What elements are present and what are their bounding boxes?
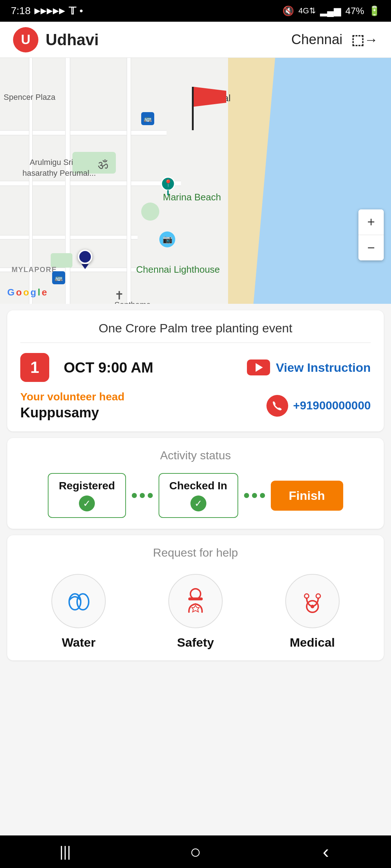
volunteer-row: Your volunteer head Kuppusamy +919000000… [20, 391, 371, 421]
volunteer-name: Kuppusamy [20, 405, 125, 421]
volunteer-info: Your volunteer head Kuppusamy [20, 391, 125, 421]
map-label-arulmigu: Arulmigu Sri [30, 158, 73, 167]
status-indicators: 🔇 4G⇅ ▂▄▆ 47% 🔋 [282, 5, 380, 17]
request-help-card: Request for help Water [7, 535, 384, 660]
map-bus-icon-2: 🚌 [52, 271, 65, 284]
event-title: One Crore Palm tree planting event [20, 321, 371, 343]
signal-icon: ▂▄▆ [320, 5, 341, 17]
activity-status-row: Registered ✓ Checked In ✓ Finish [20, 473, 371, 518]
map-label-parthasarathy: hasarathy Perumal... [22, 169, 96, 178]
medical-icon-circle [285, 574, 340, 628]
google-watermark: G o o g l e [7, 287, 47, 298]
map-label-mylapore: MYLAPORE [12, 265, 57, 274]
volunteer-head-label: Your volunteer head [20, 391, 125, 403]
request-help-title: Request for help [20, 546, 371, 559]
nav-right: Chennai ⬚→ [291, 32, 378, 48]
connector-dots-2 [244, 493, 265, 498]
zoom-out-button[interactable]: − [358, 235, 384, 260]
map-view[interactable]: Spencer Plaza Arulmigu Sri hasarathy Per… [0, 58, 391, 304]
phone-icon [266, 395, 288, 417]
dot-5 [252, 493, 257, 498]
app-name: Udhavi [46, 31, 99, 49]
dot-3 [148, 493, 153, 498]
nav-left: U Udhavi [13, 27, 99, 52]
water-icon-circle [51, 574, 106, 628]
svg-point-3 [77, 594, 89, 610]
map-pin-location [78, 250, 92, 268]
top-navigation: U Udhavi Chennai ⬚→ [0, 22, 391, 58]
status-checked-in-label: Checked In [169, 480, 227, 492]
svg-point-10 [311, 605, 314, 608]
road-v2 [127, 58, 131, 304]
svg-point-4 [190, 589, 201, 599]
checked-in-check-icon: ✓ [190, 495, 206, 511]
svg-text:📍: 📍 [164, 179, 173, 188]
date-badge: 1 [20, 353, 49, 382]
battery-icon: 🔋 [369, 5, 380, 17]
map-camera-icon: 📷 [159, 231, 175, 247]
mute-icon: 🔇 [282, 5, 294, 17]
play-triangle [256, 363, 263, 372]
media-icons: ▶▶▶▶▶ [34, 6, 65, 16]
help-item-medical[interactable]: Medical [285, 574, 340, 650]
telecom-icon: 𝕋 [69, 5, 76, 17]
map-flag-marker [192, 87, 194, 130]
bottom-navigation: ||| ○ ‹ [0, 835, 391, 868]
view-instruction-button[interactable]: View Instruction [247, 359, 371, 375]
map-label-lighthouse: Chennai Lighthouse [136, 264, 220, 275]
connector-dots-1 [132, 493, 153, 498]
status-checked-in: Checked In ✓ [159, 473, 238, 518]
map-bus-icon-1: 🚌 [141, 112, 154, 125]
help-item-safety[interactable]: Safety [168, 574, 223, 650]
road-h2 [0, 181, 181, 186]
activity-status-card: Activity status Registered ✓ Checked In … [7, 438, 384, 529]
green-area-2 [141, 203, 159, 221]
safety-label: Safety [177, 635, 214, 650]
dot-6 [260, 493, 265, 498]
map-om-symbol: ॐ [98, 158, 108, 172]
map-cross-symbol: ✝ [114, 289, 124, 302]
phone-number: +91900000000 [293, 399, 371, 412]
status-time-area: 7:18 ▶▶▶▶▶ 𝕋 • [11, 5, 83, 17]
dot-icon: • [80, 5, 83, 17]
status-time: 7:18 [11, 5, 31, 17]
phone-button[interactable]: +91900000000 [266, 395, 371, 417]
medical-label: Medical [290, 635, 335, 650]
event-card: One Crore Palm tree planting event 1 OCT… [7, 310, 384, 431]
map-zoom-controls: + − [358, 209, 384, 260]
status-bar: 7:18 ▶▶▶▶▶ 𝕋 • 🔇 4G⇅ ▂▄▆ 47% 🔋 [0, 0, 391, 22]
status-registered-label: Registered [59, 480, 115, 492]
dot-2 [140, 493, 145, 498]
water-label: Water [62, 635, 96, 650]
nav-home-button[interactable]: ○ [181, 837, 210, 866]
nav-back-button[interactable]: ‹ [311, 837, 340, 866]
app-logo: U [13, 27, 38, 52]
svg-marker-6 [192, 605, 199, 612]
city-label: Chennai [291, 32, 342, 47]
map-water [253, 58, 391, 304]
logout-icon[interactable]: ⬚→ [351, 32, 378, 48]
youtube-icon [247, 359, 270, 375]
view-instruction-label: View Instruction [276, 361, 371, 375]
event-datetime: OCT 9:00 AM [64, 359, 153, 376]
event-date-row: 1 OCT 9:00 AM View Instruction [20, 353, 371, 382]
finish-button[interactable]: Finish [271, 481, 343, 511]
safety-icon-circle [168, 574, 223, 628]
activity-status-title: Activity status [20, 449, 371, 462]
map-pin-marina: 📍 [160, 176, 176, 197]
registered-check-icon: ✓ [79, 495, 95, 511]
dot-4 [244, 493, 249, 498]
status-registered: Registered ✓ [48, 473, 126, 518]
nav-recent-apps-button[interactable]: ||| [51, 837, 80, 866]
battery-percent: 47% [345, 5, 364, 17]
svg-rect-5 [188, 597, 203, 600]
dot-1 [132, 493, 137, 498]
map-label-spencer: Spencer Plaza [4, 93, 55, 102]
road-h1 [0, 130, 167, 135]
help-items-row: Water Safety [20, 570, 371, 650]
help-item-water[interactable]: Water [51, 574, 106, 650]
zoom-in-button[interactable]: + [358, 209, 384, 235]
data-icon: 4G⇅ [298, 6, 315, 16]
